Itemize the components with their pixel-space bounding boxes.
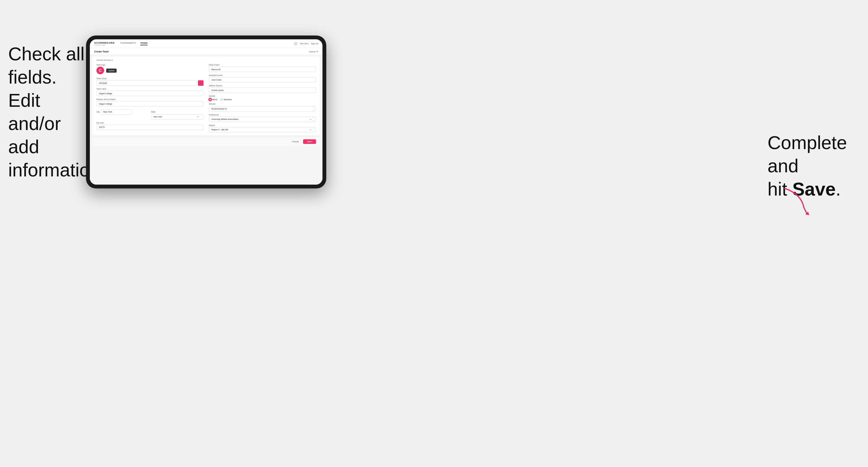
nav-right: Test User | Sign out [294, 42, 318, 45]
division-input[interactable] [209, 106, 316, 112]
athletic-director-input[interactable] [209, 87, 316, 93]
nav-teams[interactable]: TEAMS [141, 42, 148, 45]
tablet-frame: SCOREBOARD Powered by clippd TOURNAMENTS… [86, 35, 326, 188]
team-logo-label: Team logo [96, 64, 204, 66]
region-clear-icon[interactable]: ✕ [310, 128, 312, 131]
instruction-line2: Edit and/or add [8, 90, 61, 157]
nav-tournaments[interactable]: TOURNAMENTS [120, 42, 136, 45]
instruction-left: Check all fields. Edit and/or add inform… [8, 42, 85, 182]
footer-save-button[interactable]: Save [303, 139, 316, 144]
conference-clear-icon[interactable]: ✕ [310, 118, 312, 120]
conference-group: Conference ✕ ⌃⌄ [209, 114, 316, 122]
form-footer: Cancel Save [93, 137, 320, 146]
team-logo-preview: C [96, 67, 104, 74]
left-column: Team logo C Upload Team colour [96, 64, 204, 132]
assistant-coach-input[interactable] [209, 77, 316, 83]
city-state-group: City State ✕ [96, 109, 204, 120]
tablet-screen: SCOREBOARD Powered by clippd TOURNAMENTS… [90, 39, 322, 185]
region-group: Region ✕ ⌃⌄ [209, 124, 316, 132]
team-colour-group: Team colour [96, 77, 204, 86]
conference-label: Conference [209, 114, 316, 116]
right-arrow [779, 183, 815, 218]
team-logo-group: Team logo C Upload [96, 64, 204, 75]
head-coach-label: Head Coach [209, 64, 316, 66]
main-content: Create Team Cancel ✕ TEAM DETAILS Team l… [90, 48, 322, 185]
team-name-input[interactable] [96, 91, 204, 96]
state-clear-icon[interactable]: ✕ [197, 115, 199, 118]
upload-button[interactable]: Upload [106, 68, 117, 73]
head-coach-input[interactable] [209, 67, 316, 72]
color-input[interactable] [96, 80, 197, 86]
page-title: Create Team [94, 50, 109, 53]
city-input[interactable] [101, 109, 132, 115]
division-select-wrapper: ⌃⌄ [209, 106, 316, 112]
navbar: SCOREBOARD Powered by clippd TOURNAMENTS… [90, 39, 322, 48]
right-column: Head Coach Assistant Coach Athletic Dire… [209, 64, 316, 132]
section-label: TEAM DETAILS [96, 59, 316, 61]
state-select-wrapper: ✕ [151, 114, 204, 120]
conference-select-wrapper: ✕ ⌃⌄ [209, 117, 316, 122]
color-input-row [96, 80, 204, 86]
athletic-director-group: Athletic Director [209, 85, 316, 93]
gender-mens-option[interactable]: Mens [209, 98, 217, 101]
division-label: Division [209, 103, 316, 105]
display-name-label: Display name (unique) [96, 98, 204, 100]
region-select-wrapper: ✕ ⌃⌄ [209, 127, 316, 132]
zip-input[interactable] [96, 125, 204, 130]
state-group: State ✕ [151, 109, 204, 120]
sign-out-link[interactable]: Sign out [311, 42, 318, 44]
gender-group: Gender Mens Womens [209, 95, 316, 101]
team-name-group: Team name [96, 88, 204, 96]
display-name-input[interactable] [96, 101, 204, 106]
zip-group: Zip code [96, 122, 204, 130]
instruction-line1: Check all fields. [8, 43, 85, 87]
city-state-row: City State ✕ [96, 109, 204, 120]
region-input[interactable] [209, 127, 316, 132]
logo-area: SCOREBOARD Powered by clippd [94, 41, 115, 46]
division-group: Division ⌃⌄ [209, 103, 316, 112]
athletic-director-label: Athletic Director [209, 85, 316, 87]
color-swatch[interactable] [198, 80, 204, 86]
conference-input[interactable] [209, 117, 316, 122]
head-coach-group: Head Coach [209, 64, 316, 72]
state-input[interactable] [151, 114, 204, 120]
gender-womens-option[interactable]: Womens [220, 98, 231, 101]
gender-label: Gender [209, 95, 316, 97]
region-label: Region [209, 124, 316, 126]
footer-cancel-button[interactable]: Cancel [290, 139, 301, 144]
city-group: City [96, 109, 149, 120]
zip-label: Zip code [96, 122, 204, 124]
assistant-coach-label: Assistant Coach [209, 74, 316, 76]
nav-links: TOURNAMENTS TEAMS [120, 42, 294, 45]
form-section: TEAM DETAILS Team logo C Upload [93, 57, 320, 135]
team-name-label: Team name [96, 88, 204, 90]
mens-radio-dot [209, 98, 211, 101]
header-cancel-button[interactable]: Cancel ✕ [309, 51, 318, 53]
state-label: State [151, 111, 155, 113]
form-grid: Team logo C Upload Team colour [96, 64, 316, 132]
team-colour-label: Team colour [96, 77, 204, 80]
logo-subtitle: Powered by clippd [94, 44, 115, 46]
city-label: City [96, 111, 100, 113]
gender-radio-group: Mens Womens [209, 98, 316, 101]
womens-radio-dot [220, 98, 223, 101]
page-header: Create Team Cancel ✕ [90, 48, 322, 55]
logo-upload-area: C Upload [96, 67, 204, 74]
display-name-group: Display name (unique) [96, 98, 204, 106]
assistant-coach-group: Assistant Coach [209, 74, 316, 83]
user-avatar [294, 42, 298, 45]
scoreboard-logo: SCOREBOARD [94, 41, 115, 44]
user-name: Test User | [300, 42, 309, 44]
